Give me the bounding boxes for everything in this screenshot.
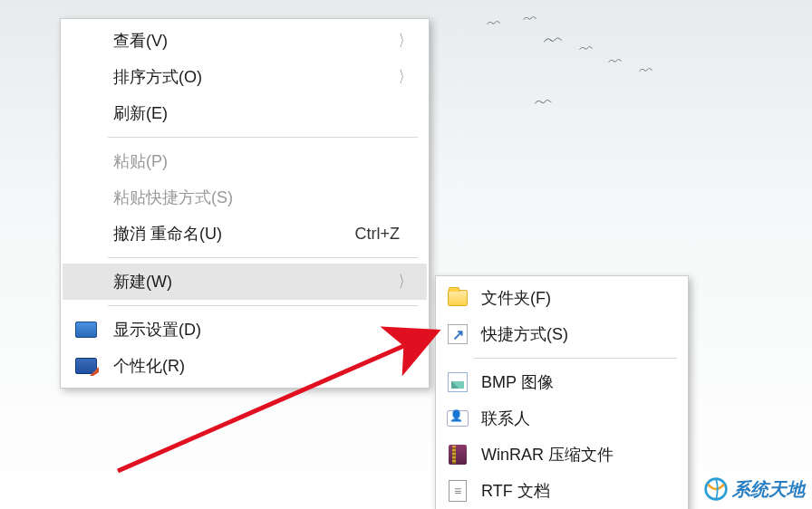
bird-decoration: ﹌ [608,55,624,75]
submenu-bmp[interactable]: BMP 图像 [438,364,686,400]
rtf-file-icon [447,480,469,502]
menu-sort-label: 排序方式(O) [113,66,416,88]
winrar-icon [447,444,469,466]
menu-paste-shortcut: 粘贴快捷方式(S) [63,179,427,216]
submenu-folder-label: 文件夹(F) [481,287,675,309]
contact-icon [447,408,469,429]
menu-undo-label: 撤消 重命名(U) [113,223,355,245]
menu-view[interactable]: 查看(V) 〉 [63,23,427,59]
bird-decoration: ﹌ [523,13,539,33]
menu-separator [474,358,677,359]
menu-new-label: 新建(W) [113,271,416,293]
submenu-winrar[interactable]: WinRAR 压缩文件 [438,437,686,473]
submenu-contact[interactable]: 联系人 [438,400,686,437]
globe-icon [703,476,729,502]
menu-view-label: 查看(V) [113,30,416,52]
bird-decoration: ﹌ [487,17,503,37]
menu-refresh[interactable]: 刷新(E) [63,95,427,131]
shortcut-icon [447,323,469,345]
personalize-icon [75,355,97,377]
menu-paste-label: 粘贴(P) [113,150,416,172]
watermark: 系统天地 [703,476,805,502]
menu-undo-shortcut: Ctrl+Z [355,225,401,244]
display-settings-icon [75,319,97,341]
folder-icon [447,287,469,309]
chevron-right-icon: 〉 [399,30,411,52]
menu-display-label: 显示设置(D) [113,319,416,341]
submenu-shortcut-label: 快捷方式(S) [481,323,675,345]
submenu-rtf[interactable]: RTF 文档 [438,473,686,509]
submenu-contact-label: 联系人 [481,408,675,429]
menu-display-settings[interactable]: 显示设置(D) [63,312,427,348]
desktop-context-menu: 查看(V) 〉 排序方式(O) 〉 刷新(E) 粘贴(P) 粘贴快捷方式(S) … [60,18,430,389]
menu-paste-shortcut-label: 粘贴快捷方式(S) [113,187,416,208]
chevron-right-icon: 〉 [399,271,411,293]
menu-personalize[interactable]: 个性化(R) [63,348,427,384]
bird-decoration: ﹌ [543,32,566,61]
menu-sort[interactable]: 排序方式(O) 〉 [63,59,427,95]
menu-paste: 粘贴(P) [63,143,427,179]
menu-new[interactable]: 新建(W) 〉 [63,264,427,300]
bird-decoration: ﹌ [579,43,595,62]
menu-undo-rename[interactable]: 撤消 重命名(U) Ctrl+Z [63,216,427,252]
bird-decoration: ﹌ [534,94,554,120]
menu-separator [108,137,418,138]
watermark-text: 系统天地 [732,477,805,502]
menu-separator [108,305,418,306]
menu-refresh-label: 刷新(E) [113,102,416,124]
menu-personalize-label: 个性化(R) [113,355,416,377]
submenu-folder[interactable]: 文件夹(F) [438,280,686,316]
bmp-file-icon [447,371,469,393]
new-submenu: 文件夹(F) 快捷方式(S) BMP 图像 联系人 WinRAR 压缩文件 RT… [435,275,689,509]
submenu-rtf-label: RTF 文档 [481,480,675,502]
submenu-winrar-label: WinRAR 压缩文件 [481,444,675,466]
bird-decoration: ﹌ [639,64,655,84]
submenu-shortcut[interactable]: 快捷方式(S) [438,316,686,352]
submenu-bmp-label: BMP 图像 [481,371,675,393]
chevron-right-icon: 〉 [399,66,411,88]
menu-separator [108,257,418,258]
